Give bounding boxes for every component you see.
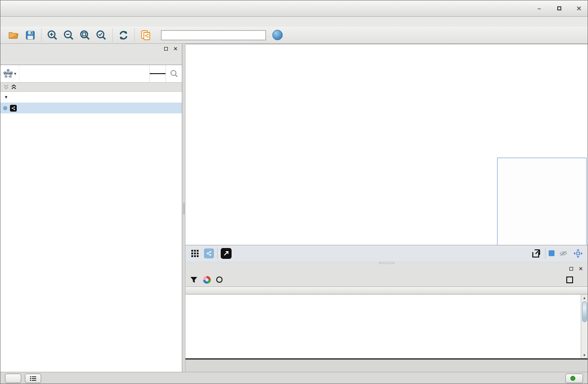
table-splitter[interactable] bbox=[185, 261, 588, 265]
list-icon bbox=[30, 376, 37, 381]
table-column-headers bbox=[185, 286, 588, 295]
string-search-icon[interactable] bbox=[166, 65, 182, 82]
hidden-nodes-badge[interactable] bbox=[560, 251, 569, 256]
cloud-tasks-button[interactable] bbox=[5, 374, 21, 383]
zoom-in-button[interactable] bbox=[47, 29, 58, 41]
hidden-eye-icon bbox=[560, 251, 567, 256]
maximize-button[interactable] bbox=[556, 5, 562, 12]
string-options-menu-icon[interactable] bbox=[149, 65, 166, 82]
ring-icon[interactable] bbox=[216, 276, 223, 283]
enrichment-table: ▲ ▼ bbox=[185, 295, 588, 360]
table-close-icon[interactable]: ✕ bbox=[578, 266, 583, 272]
control-panel: ✕ STRING ▾ bbox=[0, 44, 182, 372]
close-panel-icon[interactable]: ✕ bbox=[173, 46, 178, 52]
filter-icon[interactable] bbox=[190, 276, 198, 283]
enrichment-toolbar bbox=[185, 273, 588, 286]
scroll-down-icon[interactable]: ▼ bbox=[582, 352, 587, 358]
string-logo-icon: STRING bbox=[3, 69, 13, 79]
panel-menu-icon[interactable] bbox=[154, 46, 159, 52]
zoom-out-button[interactable] bbox=[63, 29, 75, 41]
string-protein-dropdown[interactable]: STRING ▾ bbox=[0, 65, 19, 82]
memory-button[interactable] bbox=[565, 374, 583, 383]
control-panel-tabs bbox=[0, 54, 182, 65]
selected-nodes-badge[interactable] bbox=[549, 250, 556, 256]
close-button[interactable]: ✕ bbox=[576, 5, 582, 12]
network-collection-row[interactable]: ▼ bbox=[0, 92, 182, 103]
table-panel: ✕ ▲ bbox=[185, 265, 588, 360]
network-share-icon[interactable] bbox=[204, 248, 214, 258]
refresh-button[interactable] bbox=[118, 29, 129, 41]
current-network-bullet bbox=[3, 106, 7, 110]
collapse-all-icon[interactable] bbox=[3, 84, 9, 89]
expand-all-icon[interactable] bbox=[11, 84, 17, 89]
panel-splitter[interactable] bbox=[182, 44, 185, 372]
title-bar: – ✕ bbox=[0, 0, 588, 17]
table-scrollbar[interactable]: ▲ ▼ bbox=[581, 295, 588, 358]
copy-network-button[interactable] bbox=[140, 29, 152, 41]
app-window: – ✕ bbox=[0, 0, 588, 384]
table-tabs bbox=[185, 360, 588, 372]
network-type-icon bbox=[10, 105, 17, 112]
string-query-bar: STRING ▾ bbox=[0, 65, 182, 83]
birds-eye-view[interactable] bbox=[497, 158, 587, 245]
network-tree: ▼ bbox=[0, 92, 182, 372]
open-file-button[interactable] bbox=[8, 29, 20, 41]
memory-status-dot bbox=[570, 376, 575, 381]
navigate-compass-icon[interactable] bbox=[572, 248, 584, 259]
task-list-button[interactable] bbox=[25, 374, 41, 383]
scroll-up-icon[interactable]: ▲ bbox=[582, 295, 587, 300]
minimize-button[interactable]: – bbox=[536, 5, 542, 12]
export-network-icon[interactable] bbox=[530, 248, 542, 259]
float-panel-icon[interactable] bbox=[163, 46, 169, 52]
network-row-selected[interactable] bbox=[0, 103, 182, 113]
scrollbar-thumb[interactable] bbox=[582, 301, 587, 322]
table-float-icon[interactable] bbox=[569, 266, 574, 272]
save-session-button[interactable] bbox=[24, 29, 36, 41]
select-rows-icon[interactable] bbox=[566, 276, 573, 283]
main-toolbar bbox=[0, 27, 588, 44]
table-panel-menu-icon[interactable] bbox=[559, 266, 564, 272]
network-canvas[interactable] bbox=[185, 44, 588, 245]
chart-donut-icon[interactable] bbox=[203, 276, 211, 284]
detach-view-icon[interactable] bbox=[221, 248, 232, 259]
zoom-fit-button[interactable] bbox=[79, 29, 91, 41]
network-selection-bar bbox=[0, 83, 182, 92]
status-bar bbox=[0, 372, 588, 384]
svg-text:STRING: STRING bbox=[4, 72, 13, 75]
grid-view-icon[interactable] bbox=[189, 248, 201, 259]
chevron-down-icon: ▾ bbox=[14, 71, 16, 76]
network-view-toolbar bbox=[185, 245, 588, 261]
selected-checkbox-icon bbox=[549, 250, 555, 256]
help-button[interactable] bbox=[272, 30, 283, 40]
tree-collapse-icon[interactable]: ▼ bbox=[4, 95, 8, 99]
search-input[interactable] bbox=[161, 30, 266, 40]
menu-bar bbox=[0, 17, 588, 27]
zoom-selected-button[interactable] bbox=[95, 29, 107, 41]
